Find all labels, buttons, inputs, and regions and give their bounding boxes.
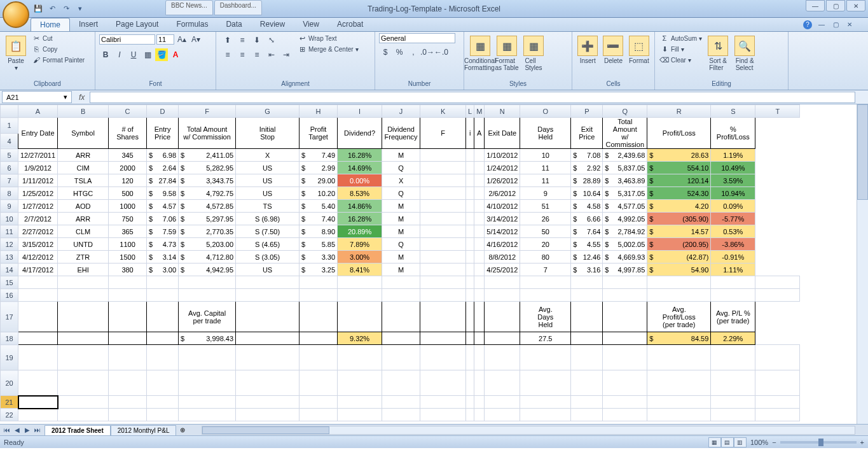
cell[interactable]: [109, 370, 147, 396]
maximize-button[interactable]: ▢: [826, 0, 845, 11]
cell[interactable]: [711, 276, 755, 289]
cell[interactable]: $4.58: [571, 200, 603, 213]
cell[interactable]: [300, 409, 338, 421]
cell[interactable]: 20: [520, 238, 571, 251]
worksheet-grid[interactable]: ABCDFGHIJKLMNOPQRST1Entry DateSymbol# of…: [0, 104, 868, 424]
cell[interactable]: [711, 409, 755, 421]
fill-button[interactable]: ⬇Fill ▾: [659, 44, 703, 54]
row-header[interactable]: 1: [1, 118, 18, 134]
cell[interactable]: [474, 200, 485, 213]
cell[interactable]: [571, 409, 603, 421]
cell[interactable]: 1/10/2012: [485, 149, 520, 162]
decrease-indent-icon[interactable]: ⇤: [265, 48, 278, 61]
cell[interactable]: $7.64: [571, 225, 603, 238]
cell[interactable]: 7.89%: [338, 238, 382, 251]
cell[interactable]: [18, 289, 58, 302]
row-header[interactable]: 6: [1, 162, 18, 174]
cell[interactable]: Q: [382, 187, 420, 200]
align-right-icon[interactable]: ≡: [251, 48, 263, 61]
cell[interactable]: $5.40: [300, 200, 338, 213]
col-header[interactable]: O: [520, 105, 571, 118]
cell[interactable]: [382, 396, 420, 409]
cell[interactable]: $524.30: [647, 187, 711, 200]
col-header[interactable]: I: [338, 105, 382, 118]
cell[interactable]: [474, 162, 485, 174]
row-header[interactable]: 7: [1, 174, 18, 187]
cell[interactable]: $3.25: [300, 264, 338, 276]
save-icon[interactable]: 💾: [33, 4, 43, 14]
cell[interactable]: [300, 396, 338, 409]
wrap-text-button[interactable]: ↩Wrap Text: [296, 33, 360, 43]
cell[interactable]: 9: [520, 187, 571, 200]
cell[interactable]: [420, 187, 466, 200]
cell[interactable]: [147, 396, 179, 409]
cell[interactable]: [603, 345, 647, 370]
cell[interactable]: 14.86%: [338, 200, 382, 213]
cell[interactable]: $554.10: [647, 162, 711, 174]
tab-home[interactable]: Home: [31, 18, 70, 31]
cell[interactable]: 3.00%: [338, 251, 382, 264]
col-header[interactable]: L: [466, 105, 474, 118]
cell[interactable]: $4.57: [147, 200, 179, 213]
cell[interactable]: $3.00: [147, 264, 179, 276]
table-header-cell[interactable]: # of Shares: [109, 118, 147, 149]
cell[interactable]: $3.30: [300, 251, 338, 264]
cell[interactable]: Q: [382, 162, 420, 174]
cell[interactable]: $5,317.05: [603, 187, 647, 200]
cell[interactable]: [420, 162, 466, 174]
cell[interactable]: [755, 276, 800, 289]
cell[interactable]: [647, 396, 711, 409]
cell[interactable]: [109, 276, 147, 289]
row-header[interactable]: 8: [1, 187, 18, 200]
cell[interactable]: [647, 370, 711, 396]
cell[interactable]: [755, 409, 800, 421]
cell[interactable]: [474, 149, 485, 162]
cell[interactable]: $54.90: [647, 264, 711, 276]
cell[interactable]: [711, 396, 755, 409]
table-header-cell[interactable]: Exit Date: [485, 118, 520, 149]
cell[interactable]: [485, 396, 520, 409]
cell[interactable]: 4/17/2012: [18, 264, 58, 276]
cell[interactable]: 11: [520, 162, 571, 174]
new-sheet-icon[interactable]: ⊕: [176, 426, 189, 433]
conditional-formatting-button[interactable]: ▦Conditional Formatting: [468, 33, 492, 71]
row-header[interactable]: 18: [1, 332, 18, 345]
cell[interactable]: [420, 174, 466, 187]
cell[interactable]: 1/27/2012: [18, 200, 58, 213]
fx-icon[interactable]: fx: [74, 93, 90, 102]
cell[interactable]: [420, 289, 466, 302]
align-center-icon[interactable]: ≡: [236, 48, 249, 61]
cell[interactable]: TS: [236, 200, 300, 213]
cell[interactable]: 3/14/2012: [485, 213, 520, 225]
tab-acrobat[interactable]: Acrobat: [328, 18, 372, 31]
cell[interactable]: [236, 396, 300, 409]
cell[interactable]: $4,997.85: [603, 264, 647, 276]
cell[interactable]: 5/14/2012: [485, 225, 520, 238]
cell[interactable]: $6.66: [571, 213, 603, 225]
cell[interactable]: AOD: [58, 200, 109, 213]
cell[interactable]: $2.64: [147, 162, 179, 174]
cell[interactable]: $7.49: [300, 149, 338, 162]
tab-insert[interactable]: Insert: [70, 18, 107, 31]
redo-icon[interactable]: ↷: [61, 4, 71, 14]
cell[interactable]: [755, 289, 800, 302]
cell[interactable]: CIM: [58, 162, 109, 174]
cell[interactable]: -3.86%: [711, 238, 755, 251]
cell[interactable]: 27.5: [520, 332, 571, 345]
cell[interactable]: 8.53%: [338, 187, 382, 200]
col-header[interactable]: A: [18, 105, 58, 118]
cell[interactable]: Q: [382, 238, 420, 251]
zoom-slider[interactable]: [780, 441, 857, 444]
cell[interactable]: M: [382, 251, 420, 264]
cell[interactable]: Avg. P/L % (per trade): [711, 302, 755, 332]
cell[interactable]: $120.14: [647, 174, 711, 187]
cell[interactable]: EHI: [58, 264, 109, 276]
cell[interactable]: 750: [109, 213, 147, 225]
cell[interactable]: [147, 409, 179, 421]
find-select-button[interactable]: 🔍Find & Select: [733, 33, 757, 71]
cell[interactable]: [338, 396, 382, 409]
cell[interactable]: $29.00: [300, 174, 338, 187]
page-layout-view-icon[interactable]: ▤: [721, 437, 734, 447]
row-header[interactable]: 21: [1, 396, 18, 409]
cell[interactable]: [571, 276, 603, 289]
